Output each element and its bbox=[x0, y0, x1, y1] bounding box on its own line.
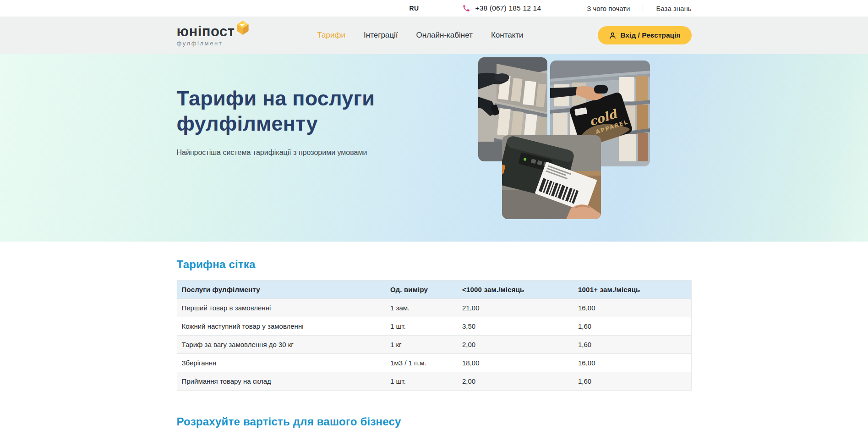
hero-photo-collage: cold APPAREL bbox=[478, 57, 693, 222]
topbar-link-getting-started[interactable]: З чого почати bbox=[587, 5, 630, 12]
table-cell: 1,60 bbox=[578, 317, 691, 336]
table-cell: 16,00 bbox=[578, 354, 691, 372]
phone-link[interactable]: +38 (067) 185 12 14 bbox=[462, 4, 541, 12]
hero-subtitle: Найпростіша система тарифікації з прозор… bbox=[177, 149, 433, 157]
table-cell: 18,00 bbox=[462, 354, 578, 372]
logo[interactable]: юніпост фулфілмент bbox=[177, 24, 250, 46]
table-cell: 1 шт. bbox=[390, 372, 462, 391]
table-row: Зберігання1м3 / 1 п.м.18,0016,00 bbox=[177, 354, 691, 372]
table-cell: 1,60 bbox=[578, 372, 691, 391]
pricing-section-title: Тарифна сітка bbox=[177, 258, 692, 271]
page-title: Тарифи на послуги фулфілменту bbox=[177, 86, 433, 137]
header: юніпост фулфілмент ТарифиІнтеграціїОнлай… bbox=[0, 17, 868, 54]
table-cell: 16,00 bbox=[578, 299, 691, 317]
nav-item-tariffs[interactable]: Тарифи bbox=[317, 31, 346, 40]
table-cell: 3,50 bbox=[462, 317, 578, 336]
table-cell: 1,60 bbox=[578, 336, 691, 354]
column-header: <1000 зам./місяць bbox=[462, 281, 578, 299]
language-switcher[interactable]: RU bbox=[409, 5, 419, 12]
table-row: Перший товар в замовленні1 зам.21,0016,0… bbox=[177, 299, 691, 317]
nav-item-online-cabinet[interactable]: Онлайн-кабінет bbox=[416, 31, 473, 40]
nav-item-contacts[interactable]: Контакти bbox=[491, 31, 524, 40]
cube-icon bbox=[236, 20, 250, 37]
pricing-table: Послуги фулфілментуОд. виміру<1000 зам./… bbox=[177, 280, 692, 391]
phone-icon bbox=[462, 4, 470, 12]
column-header: Послуги фулфілменту bbox=[177, 281, 390, 299]
login-button[interactable]: Вхід / Реєстрація bbox=[598, 26, 692, 44]
user-icon bbox=[609, 32, 617, 39]
table-cell: 21,00 bbox=[462, 299, 578, 317]
column-header: 1001+ зам./місяць bbox=[578, 281, 691, 299]
logo-tagline: фулфілмент bbox=[177, 40, 250, 46]
login-button-label: Вхід / Реєстрація bbox=[621, 31, 681, 39]
main-nav: ТарифиІнтеграціїОнлайн-кабінетКонтакти bbox=[317, 31, 524, 40]
topbar-links: З чого почати База знань bbox=[587, 4, 691, 12]
table-cell: 2,00 bbox=[462, 372, 578, 391]
nav-item-integrations[interactable]: Інтеграції bbox=[364, 31, 398, 40]
table-cell: Кожний наступний товар у замовленні bbox=[177, 317, 390, 336]
table-row: Тариф за вагу замовлення до 30 кг1 кг2,0… bbox=[177, 336, 691, 354]
table-cell: Приймання товару на склад bbox=[177, 372, 390, 391]
topbar: RU +38 (067) 185 12 14 З чого почати bbox=[0, 0, 868, 17]
table-cell: Тариф за вагу замовлення до 30 кг bbox=[177, 336, 390, 354]
table-cell: Зберігання bbox=[177, 354, 390, 372]
table-cell: 1 кг bbox=[390, 336, 462, 354]
topbar-link-knowledge-base[interactable]: База знань bbox=[656, 5, 691, 12]
page: RU +38 (067) 185 12 14 З чого почати bbox=[0, 0, 868, 430]
hero-section: Тарифи на послуги фулфілменту Найпростіш… bbox=[0, 54, 868, 242]
table-row: Кожний наступний товар у замовленні1 шт.… bbox=[177, 317, 691, 336]
table-cell: Перший товар в замовленні bbox=[177, 299, 390, 317]
table-cell: 1 шт. bbox=[390, 317, 462, 336]
table-cell: 1м3 / 1 п.м. bbox=[390, 354, 462, 372]
table-cell: 1 зам. bbox=[390, 299, 462, 317]
label-printer-photo bbox=[502, 135, 601, 219]
divider bbox=[643, 4, 643, 12]
table-header-row: Послуги фулфілментуОд. виміру<1000 зам./… bbox=[177, 281, 691, 299]
table-row: Приймання товару на склад1 шт.2,001,60 bbox=[177, 372, 691, 391]
main-content: Тарифна сітка Послуги фулфілментуОд. вим… bbox=[177, 242, 692, 430]
calculator-section-title: Розрахуйте вартість для вашого бізнесу bbox=[177, 415, 692, 428]
logo-wordmark: юніпост bbox=[177, 24, 235, 39]
column-header: Од. виміру bbox=[390, 281, 462, 299]
phone-number: +38 (067) 185 12 14 bbox=[475, 4, 541, 12]
table-cell: 2,00 bbox=[462, 336, 578, 354]
